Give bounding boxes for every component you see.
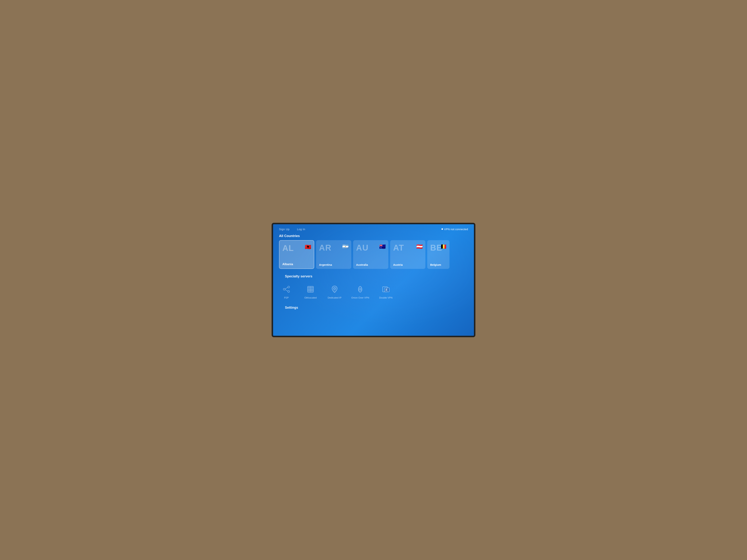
signup-button[interactable]: Sign Up	[279, 228, 289, 231]
svg-line-3	[285, 287, 288, 289]
obfuscated-icon	[306, 284, 316, 294]
countries-row: AL 🇦🇱 Albania AR 🇦🇷 Argentina AU 🇦🇺 Aust…	[273, 240, 474, 269]
country-flag-albania: 🇦🇱	[305, 244, 311, 250]
vpn-status: VPN not connected	[441, 228, 468, 231]
svg-point-0	[283, 288, 285, 290]
specialty-p2p[interactable]: P2P	[279, 284, 294, 299]
specialty-servers-row: P2P Obfuscated	[273, 283, 474, 301]
screen: Sign Up Log In VPN not connected All Cou…	[273, 224, 474, 336]
double-vpn-icon: 2	[381, 284, 391, 294]
svg-line-4	[285, 290, 288, 291]
svg-point-1	[288, 286, 289, 288]
country-name-albania: Albania	[282, 263, 293, 266]
onion-icon	[355, 284, 365, 294]
svg-text:2: 2	[386, 288, 387, 291]
all-countries-section: All Countries AL 🇦🇱 Albania AR 🇦🇷 Argent…	[273, 233, 474, 269]
tv-frame: Sign Up Log In VPN not connected All Cou…	[272, 223, 475, 338]
country-card-argentina[interactable]: AR 🇦🇷 Argentina	[316, 240, 351, 269]
country-code-argentina: AR	[319, 243, 332, 252]
specialty-double-vpn[interactable]: 2 Double VPN	[379, 284, 393, 299]
country-card-austria[interactable]: AT 🇦🇹 Austria	[390, 240, 426, 269]
country-card-belgium[interactable]: BE 🇧🇪 Belgium	[427, 240, 449, 269]
country-name-australia: Australia	[356, 263, 368, 266]
country-name-austria: Austria	[393, 263, 403, 266]
settings-section: Settings	[273, 301, 474, 312]
specialty-servers-section: Specialty servers	[273, 269, 474, 283]
double-vpn-label: Double VPN	[379, 296, 393, 299]
p2p-icon	[281, 284, 292, 294]
country-flag-australia: 🇦🇺	[379, 243, 386, 250]
country-code-austria: AT	[393, 243, 404, 252]
country-card-australia[interactable]: AU 🇦🇺 Australia	[353, 240, 388, 269]
onion-vpn-label: Onion Over VPN	[351, 296, 369, 299]
svg-point-2	[288, 291, 289, 292]
country-flag-argentina: 🇦🇷	[342, 243, 349, 250]
settings-title: Settings	[279, 304, 468, 312]
login-button[interactable]: Log In	[297, 228, 305, 231]
vpn-status-label: VPN not connected	[444, 228, 468, 231]
country-code-albania: AL	[282, 243, 294, 253]
header: Sign Up Log In VPN not connected	[273, 224, 474, 233]
specialty-onion-vpn[interactable]: Onion Over VPN	[351, 284, 369, 299]
header-nav: Sign Up Log In	[279, 228, 305, 231]
p2p-label: P2P	[284, 296, 289, 299]
country-name-belgium: Belgium	[430, 263, 441, 266]
country-name-argentina: Argentina	[319, 263, 332, 266]
specialty-dedicated-ip[interactable]: Dedicated IP	[327, 284, 342, 299]
country-code-australia: AU	[356, 243, 369, 252]
country-card-albania[interactable]: AL 🇦🇱 Albania	[279, 240, 314, 269]
specialty-servers-title: Specialty servers	[279, 273, 468, 281]
dedicated-ip-icon	[330, 284, 340, 294]
specialty-obfuscated[interactable]: Obfuscated	[303, 284, 318, 299]
vpn-status-dot	[441, 228, 443, 230]
dedicated-ip-label: Dedicated IP	[328, 296, 341, 299]
obfuscated-label: Obfuscated	[304, 296, 317, 299]
country-flag-austria: 🇦🇹	[416, 243, 423, 250]
all-countries-title: All Countries	[273, 233, 474, 240]
country-flag-belgium: 🇧🇪	[440, 243, 447, 250]
